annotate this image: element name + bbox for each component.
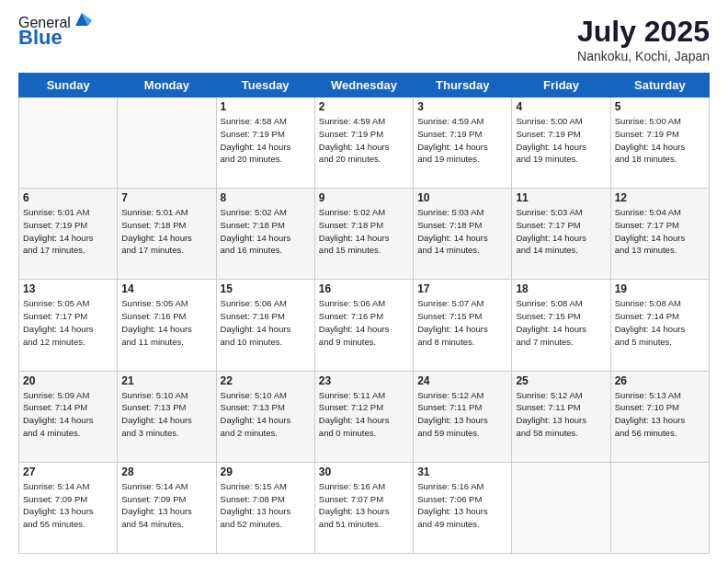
day-number: 22 xyxy=(221,374,311,387)
calendar-cell: 16Sunrise: 5:06 AMSunset: 7:16 PMDayligh… xyxy=(314,280,413,371)
calendar-cell: 3Sunrise: 4:59 AMSunset: 7:19 PMDaylight… xyxy=(414,98,512,189)
day-number: 2 xyxy=(319,100,409,113)
calendar-cell: 30Sunrise: 5:16 AMSunset: 7:07 PMDayligh… xyxy=(314,462,413,553)
day-number: 1 xyxy=(221,100,311,113)
calendar-cell: 22Sunrise: 5:10 AMSunset: 7:13 PMDayligh… xyxy=(216,371,314,462)
day-number: 20 xyxy=(23,374,113,387)
calendar-cell: 28Sunrise: 5:14 AMSunset: 7:09 PMDayligh… xyxy=(118,462,216,553)
day-info: Sunrise: 5:15 AMSunset: 7:08 PMDaylight:… xyxy=(221,480,311,531)
calendar-cell: 7Sunrise: 5:01 AMSunset: 7:18 PMDaylight… xyxy=(118,189,216,280)
day-number: 26 xyxy=(615,374,705,387)
day-number: 29 xyxy=(221,465,311,478)
day-number: 31 xyxy=(417,465,507,478)
week-row-4: 20Sunrise: 5:09 AMSunset: 7:14 PMDayligh… xyxy=(19,371,710,462)
weekday-header-wednesday: Wednesday xyxy=(314,74,413,98)
day-info: Sunrise: 5:00 AMSunset: 7:19 PMDaylight:… xyxy=(615,115,705,166)
day-number: 4 xyxy=(516,100,606,113)
day-number: 17 xyxy=(417,282,507,295)
week-row-5: 27Sunrise: 5:14 AMSunset: 7:09 PMDayligh… xyxy=(19,462,710,553)
weekday-header-row: SundayMondayTuesdayWednesdayThursdayFrid… xyxy=(19,74,710,98)
day-number: 8 xyxy=(221,191,311,204)
calendar-cell: 1Sunrise: 4:58 AMSunset: 7:19 PMDaylight… xyxy=(216,98,314,189)
day-info: Sunrise: 5:14 AMSunset: 7:09 PMDaylight:… xyxy=(121,480,211,531)
weekday-header-thursday: Thursday xyxy=(414,74,512,98)
logo: General Blue xyxy=(18,15,92,50)
day-info: Sunrise: 5:04 AMSunset: 7:17 PMDaylight:… xyxy=(615,206,705,257)
weekday-header-friday: Friday xyxy=(512,74,610,98)
day-info: Sunrise: 5:02 AMSunset: 7:18 PMDaylight:… xyxy=(319,206,409,257)
calendar-title: July 2025 xyxy=(577,15,710,49)
day-number: 5 xyxy=(615,100,705,113)
page: General Blue July 2025 Nankoku, Kochi, J… xyxy=(0,0,728,563)
calendar-cell: 21Sunrise: 5:10 AMSunset: 7:13 PMDayligh… xyxy=(118,371,216,462)
day-info: Sunrise: 5:16 AMSunset: 7:06 PMDaylight:… xyxy=(417,480,507,531)
day-info: Sunrise: 5:02 AMSunset: 7:18 PMDaylight:… xyxy=(221,206,311,257)
day-info: Sunrise: 4:58 AMSunset: 7:19 PMDaylight:… xyxy=(221,115,311,166)
day-number: 24 xyxy=(417,374,507,387)
day-info: Sunrise: 5:16 AMSunset: 7:07 PMDaylight:… xyxy=(319,480,409,531)
calendar-cell: 14Sunrise: 5:05 AMSunset: 7:16 PMDayligh… xyxy=(118,280,216,371)
day-info: Sunrise: 5:01 AMSunset: 7:18 PMDaylight:… xyxy=(121,206,211,257)
day-info: Sunrise: 5:03 AMSunset: 7:18 PMDaylight:… xyxy=(417,206,507,257)
day-info: Sunrise: 4:59 AMSunset: 7:19 PMDaylight:… xyxy=(417,115,507,166)
calendar-cell: 25Sunrise: 5:12 AMSunset: 7:11 PMDayligh… xyxy=(512,371,610,462)
day-number: 18 xyxy=(516,282,606,295)
calendar-cell: 31Sunrise: 5:16 AMSunset: 7:06 PMDayligh… xyxy=(414,462,512,553)
day-info: Sunrise: 5:08 AMSunset: 7:14 PMDaylight:… xyxy=(615,297,705,348)
day-number: 16 xyxy=(319,282,409,295)
calendar-cell: 4Sunrise: 5:00 AMSunset: 7:19 PMDaylight… xyxy=(512,98,610,189)
calendar-cell: 5Sunrise: 5:00 AMSunset: 7:19 PMDaylight… xyxy=(610,98,709,189)
calendar-cell: 20Sunrise: 5:09 AMSunset: 7:14 PMDayligh… xyxy=(19,371,118,462)
calendar-cell: 6Sunrise: 5:01 AMSunset: 7:19 PMDaylight… xyxy=(19,189,118,280)
calendar-cell: 10Sunrise: 5:03 AMSunset: 7:18 PMDayligh… xyxy=(414,189,512,280)
day-info: Sunrise: 5:00 AMSunset: 7:19 PMDaylight:… xyxy=(516,115,606,166)
day-number: 19 xyxy=(615,282,705,295)
calendar-cell: 13Sunrise: 5:05 AMSunset: 7:17 PMDayligh… xyxy=(19,280,118,371)
header: General Blue July 2025 Nankoku, Kochi, J… xyxy=(18,15,710,63)
day-info: Sunrise: 5:03 AMSunset: 7:17 PMDaylight:… xyxy=(516,206,606,257)
calendar-cell: 8Sunrise: 5:02 AMSunset: 7:18 PMDaylight… xyxy=(216,189,314,280)
day-number: 15 xyxy=(221,282,311,295)
day-number: 11 xyxy=(516,191,606,204)
calendar-cell: 18Sunrise: 5:08 AMSunset: 7:15 PMDayligh… xyxy=(512,280,610,371)
calendar-cell: 27Sunrise: 5:14 AMSunset: 7:09 PMDayligh… xyxy=(19,462,118,553)
day-number: 7 xyxy=(121,191,211,204)
day-info: Sunrise: 5:06 AMSunset: 7:16 PMDaylight:… xyxy=(221,297,311,348)
calendar-cell: 24Sunrise: 5:12 AMSunset: 7:11 PMDayligh… xyxy=(414,371,512,462)
calendar-cell: 17Sunrise: 5:07 AMSunset: 7:15 PMDayligh… xyxy=(414,280,512,371)
calendar-table: SundayMondayTuesdayWednesdayThursdayFrid… xyxy=(18,73,710,554)
day-number: 27 xyxy=(23,465,113,478)
week-row-1: 1Sunrise: 4:58 AMSunset: 7:19 PMDaylight… xyxy=(19,98,710,189)
day-info: Sunrise: 5:09 AMSunset: 7:14 PMDaylight:… xyxy=(23,389,113,440)
calendar-cell xyxy=(512,462,610,553)
day-number: 23 xyxy=(319,374,409,387)
calendar-cell: 15Sunrise: 5:06 AMSunset: 7:16 PMDayligh… xyxy=(216,280,314,371)
day-info: Sunrise: 5:13 AMSunset: 7:10 PMDaylight:… xyxy=(615,389,705,440)
calendar-cell xyxy=(118,98,216,189)
day-info: Sunrise: 5:05 AMSunset: 7:17 PMDaylight:… xyxy=(23,297,113,348)
day-number: 9 xyxy=(319,191,409,204)
day-info: Sunrise: 5:07 AMSunset: 7:15 PMDaylight:… xyxy=(417,297,507,348)
calendar-cell: 2Sunrise: 4:59 AMSunset: 7:19 PMDaylight… xyxy=(314,98,413,189)
day-info: Sunrise: 5:08 AMSunset: 7:15 PMDaylight:… xyxy=(516,297,606,348)
title-block: July 2025 Nankoku, Kochi, Japan xyxy=(577,15,710,63)
calendar-cell: 29Sunrise: 5:15 AMSunset: 7:08 PMDayligh… xyxy=(216,462,314,553)
day-info: Sunrise: 4:59 AMSunset: 7:19 PMDaylight:… xyxy=(319,115,409,166)
day-info: Sunrise: 5:10 AMSunset: 7:13 PMDaylight:… xyxy=(121,389,211,440)
calendar-cell xyxy=(610,462,709,553)
week-row-2: 6Sunrise: 5:01 AMSunset: 7:19 PMDaylight… xyxy=(19,189,710,280)
calendar-cell: 9Sunrise: 5:02 AMSunset: 7:18 PMDaylight… xyxy=(314,189,413,280)
logo-icon xyxy=(72,9,92,29)
day-info: Sunrise: 5:10 AMSunset: 7:13 PMDaylight:… xyxy=(221,389,311,440)
day-number: 21 xyxy=(121,374,211,387)
weekday-header-monday: Monday xyxy=(118,74,216,98)
day-number: 12 xyxy=(615,191,705,204)
calendar-cell: 23Sunrise: 5:11 AMSunset: 7:12 PMDayligh… xyxy=(314,371,413,462)
day-number: 10 xyxy=(417,191,507,204)
day-info: Sunrise: 5:14 AMSunset: 7:09 PMDaylight:… xyxy=(23,480,113,531)
calendar-cell xyxy=(19,98,118,189)
day-number: 3 xyxy=(417,100,507,113)
day-number: 28 xyxy=(121,465,211,478)
calendar-cell: 11Sunrise: 5:03 AMSunset: 7:17 PMDayligh… xyxy=(512,189,610,280)
calendar-cell: 19Sunrise: 5:08 AMSunset: 7:14 PMDayligh… xyxy=(610,280,709,371)
